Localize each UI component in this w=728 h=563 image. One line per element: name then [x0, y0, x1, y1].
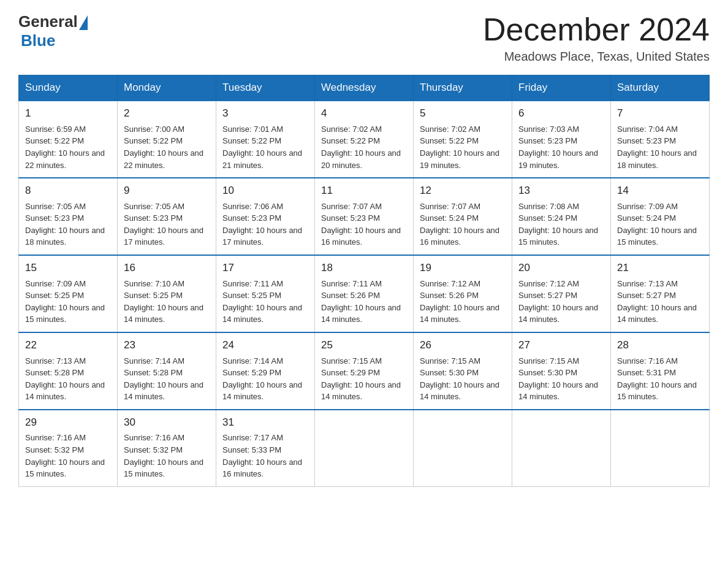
day-info: Sunrise: 7:15 AMSunset: 5:29 PMDaylight:…: [321, 356, 401, 402]
weekday-header-row: SundayMondayTuesdayWednesdayThursdayFrid…: [19, 75, 710, 101]
calendar-cell: [611, 410, 710, 486]
calendar-cell: 18Sunrise: 7:11 AMSunset: 5:26 PMDayligh…: [315, 255, 414, 332]
calendar-cell: 26Sunrise: 7:15 AMSunset: 5:30 PMDayligh…: [414, 332, 512, 410]
calendar-cell: 11Sunrise: 7:07 AMSunset: 5:23 PMDayligh…: [315, 178, 414, 255]
weekday-header-wednesday: Wednesday: [315, 75, 414, 101]
day-number: 30: [124, 415, 210, 431]
day-info: Sunrise: 7:06 AMSunset: 5:23 PMDaylight:…: [222, 202, 302, 247]
day-number: 7: [617, 106, 703, 121]
day-info: Sunrise: 7:16 AMSunset: 5:32 PMDaylight:…: [25, 433, 105, 478]
day-info: Sunrise: 7:14 AMSunset: 5:28 PMDaylight:…: [124, 356, 203, 402]
day-number: 13: [518, 183, 604, 199]
day-number: 12: [420, 183, 506, 199]
calendar-cell: 17Sunrise: 7:11 AMSunset: 5:25 PMDayligh…: [216, 255, 315, 332]
calendar-cell: 10Sunrise: 7:06 AMSunset: 5:23 PMDayligh…: [216, 178, 315, 255]
day-number: 11: [321, 183, 407, 199]
day-info: Sunrise: 7:16 AMSunset: 5:31 PMDaylight:…: [617, 356, 697, 402]
day-info: Sunrise: 7:10 AMSunset: 5:25 PMDaylight:…: [124, 279, 203, 324]
day-info: Sunrise: 7:00 AMSunset: 5:22 PMDaylight:…: [124, 124, 203, 170]
calendar-cell: 1Sunrise: 6:59 AMSunset: 5:22 PMDaylight…: [19, 101, 118, 178]
day-info: Sunrise: 7:04 AMSunset: 5:23 PMDaylight:…: [617, 124, 697, 170]
day-number: 5: [420, 106, 506, 121]
day-info: Sunrise: 7:07 AMSunset: 5:23 PMDaylight:…: [321, 202, 401, 247]
day-number: 10: [222, 183, 308, 199]
calendar-cell: 24Sunrise: 7:14 AMSunset: 5:29 PMDayligh…: [216, 332, 315, 410]
day-info: Sunrise: 7:14 AMSunset: 5:29 PMDaylight:…: [222, 356, 302, 402]
calendar-cell: 21Sunrise: 7:13 AMSunset: 5:27 PMDayligh…: [611, 255, 710, 332]
day-info: Sunrise: 7:13 AMSunset: 5:28 PMDaylight:…: [25, 356, 105, 402]
day-info: Sunrise: 7:09 AMSunset: 5:25 PMDaylight:…: [25, 279, 105, 324]
day-number: 23: [124, 338, 210, 353]
calendar-cell: 6Sunrise: 7:03 AMSunset: 5:23 PMDaylight…: [512, 101, 611, 178]
calendar-cell: 19Sunrise: 7:12 AMSunset: 5:26 PMDayligh…: [414, 255, 512, 332]
day-number: 24: [222, 338, 308, 353]
day-info: Sunrise: 7:02 AMSunset: 5:22 PMDaylight:…: [420, 124, 499, 170]
location-title: Meadows Place, Texas, United States: [483, 50, 710, 64]
day-info: Sunrise: 7:02 AMSunset: 5:22 PMDaylight:…: [321, 124, 401, 170]
week-row-4: 22Sunrise: 7:13 AMSunset: 5:28 PMDayligh…: [19, 332, 710, 410]
calendar-cell: 22Sunrise: 7:13 AMSunset: 5:28 PMDayligh…: [19, 332, 118, 410]
weekday-header-tuesday: Tuesday: [216, 75, 315, 101]
day-number: 14: [617, 183, 703, 199]
calendar-cell: 7Sunrise: 7:04 AMSunset: 5:23 PMDaylight…: [611, 101, 710, 178]
page-header: General Blue December 2024 Meadows Place…: [18, 12, 710, 64]
day-info: Sunrise: 7:08 AMSunset: 5:24 PMDaylight:…: [518, 202, 598, 247]
calendar-cell: 14Sunrise: 7:09 AMSunset: 5:24 PMDayligh…: [611, 178, 710, 255]
calendar-cell: 30Sunrise: 7:16 AMSunset: 5:32 PMDayligh…: [118, 410, 216, 486]
day-number: 17: [222, 261, 308, 276]
calendar-cell: 2Sunrise: 7:00 AMSunset: 5:22 PMDaylight…: [118, 101, 216, 178]
day-number: 16: [124, 261, 210, 276]
day-number: 19: [420, 261, 506, 276]
week-row-2: 8Sunrise: 7:05 AMSunset: 5:23 PMDaylight…: [19, 178, 710, 255]
month-title: December 2024: [483, 12, 710, 47]
calendar-cell: 13Sunrise: 7:08 AMSunset: 5:24 PMDayligh…: [512, 178, 611, 255]
title-section: December 2024 Meadows Place, Texas, Unit…: [483, 12, 710, 64]
day-number: 8: [25, 183, 111, 199]
day-number: 29: [25, 415, 111, 431]
calendar-cell: [315, 410, 414, 486]
day-number: 3: [222, 106, 308, 121]
calendar-cell: 28Sunrise: 7:16 AMSunset: 5:31 PMDayligh…: [611, 332, 710, 410]
weekday-header-saturday: Saturday: [611, 75, 710, 101]
calendar-cell: 5Sunrise: 7:02 AMSunset: 5:22 PMDaylight…: [414, 101, 512, 178]
day-number: 31: [222, 415, 308, 431]
weekday-header-monday: Monday: [118, 75, 216, 101]
day-info: Sunrise: 7:17 AMSunset: 5:33 PMDaylight:…: [222, 433, 302, 478]
calendar-cell: [512, 410, 611, 486]
day-number: 21: [617, 261, 703, 276]
day-info: Sunrise: 7:05 AMSunset: 5:23 PMDaylight:…: [25, 202, 105, 247]
day-info: Sunrise: 7:05 AMSunset: 5:23 PMDaylight:…: [124, 202, 203, 247]
day-info: Sunrise: 6:59 AMSunset: 5:22 PMDaylight:…: [25, 124, 105, 170]
day-number: 27: [518, 338, 604, 353]
day-info: Sunrise: 7:09 AMSunset: 5:24 PMDaylight:…: [617, 202, 697, 247]
day-number: 2: [124, 106, 210, 121]
day-number: 20: [518, 261, 604, 276]
day-info: Sunrise: 7:15 AMSunset: 5:30 PMDaylight:…: [518, 356, 598, 402]
day-info: Sunrise: 7:12 AMSunset: 5:26 PMDaylight:…: [420, 279, 499, 324]
logo-triangle-icon: [79, 15, 88, 30]
calendar-cell: 8Sunrise: 7:05 AMSunset: 5:23 PMDaylight…: [19, 178, 118, 255]
logo-blue-text: Blue: [21, 31, 55, 50]
calendar-cell: 27Sunrise: 7:15 AMSunset: 5:30 PMDayligh…: [512, 332, 611, 410]
calendar-cell: 29Sunrise: 7:16 AMSunset: 5:32 PMDayligh…: [19, 410, 118, 486]
calendar-cell: 4Sunrise: 7:02 AMSunset: 5:22 PMDaylight…: [315, 101, 414, 178]
weekday-header-thursday: Thursday: [414, 75, 512, 101]
day-info: Sunrise: 7:15 AMSunset: 5:30 PMDaylight:…: [420, 356, 499, 402]
weekday-header-friday: Friday: [512, 75, 611, 101]
logo-general-text: General: [18, 12, 78, 31]
day-number: 4: [321, 106, 407, 121]
day-info: Sunrise: 7:01 AMSunset: 5:22 PMDaylight:…: [222, 124, 302, 170]
day-number: 9: [124, 183, 210, 199]
day-info: Sunrise: 7:11 AMSunset: 5:26 PMDaylight:…: [321, 279, 401, 324]
week-row-5: 29Sunrise: 7:16 AMSunset: 5:32 PMDayligh…: [19, 410, 710, 486]
day-number: 26: [420, 338, 506, 353]
calendar-table: SundayMondayTuesdayWednesdayThursdayFrid…: [18, 75, 710, 486]
calendar-cell: [414, 410, 512, 486]
day-number: 25: [321, 338, 407, 353]
day-info: Sunrise: 7:16 AMSunset: 5:32 PMDaylight:…: [124, 433, 203, 478]
calendar-cell: 25Sunrise: 7:15 AMSunset: 5:29 PMDayligh…: [315, 332, 414, 410]
weekday-header-sunday: Sunday: [19, 75, 118, 101]
day-number: 18: [321, 261, 407, 276]
week-row-1: 1Sunrise: 6:59 AMSunset: 5:22 PMDaylight…: [19, 101, 710, 178]
day-info: Sunrise: 7:03 AMSunset: 5:23 PMDaylight:…: [518, 124, 598, 170]
